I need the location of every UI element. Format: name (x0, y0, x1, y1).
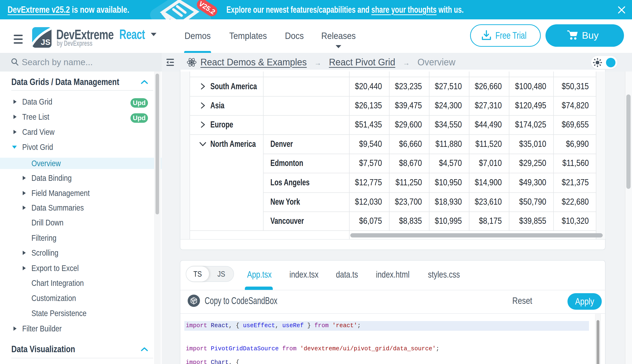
svg-text:JS: JS (41, 38, 50, 46)
